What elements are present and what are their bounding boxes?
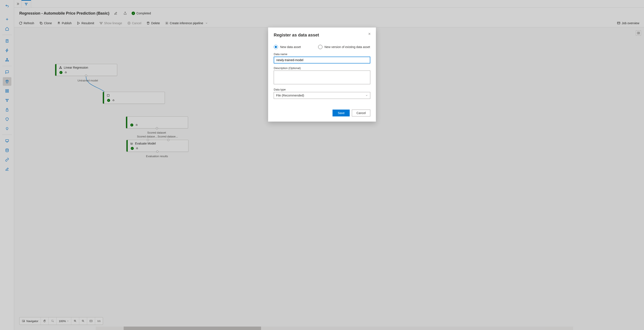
data-name-label: Data name xyxy=(274,52,370,56)
save-button[interactable]: Save xyxy=(332,110,350,116)
modal-overlay: Register as data asset New data asset Ne… xyxy=(0,0,644,330)
radio-unchecked-icon xyxy=(318,45,322,49)
radio-existing-data-asset[interactable]: New version of existing data asset xyxy=(318,45,370,49)
data-type-label: Data type xyxy=(274,88,370,91)
register-data-asset-dialog: Register as data asset New data asset Ne… xyxy=(268,27,376,122)
close-icon[interactable] xyxy=(366,30,373,37)
radio-checked-icon xyxy=(274,45,278,49)
description-input[interactable] xyxy=(274,70,370,84)
cancel-button[interactable]: Cancel xyxy=(352,110,370,116)
data-type-select[interactable]: File (Recommended) xyxy=(274,92,370,99)
description-label: Description (Optional) xyxy=(274,66,370,70)
chevron-down-icon xyxy=(365,94,368,97)
data-name-input[interactable] xyxy=(274,57,370,63)
dialog-title: Register as data asset xyxy=(274,32,370,37)
radio-new-data-asset[interactable]: New data asset xyxy=(274,45,301,49)
